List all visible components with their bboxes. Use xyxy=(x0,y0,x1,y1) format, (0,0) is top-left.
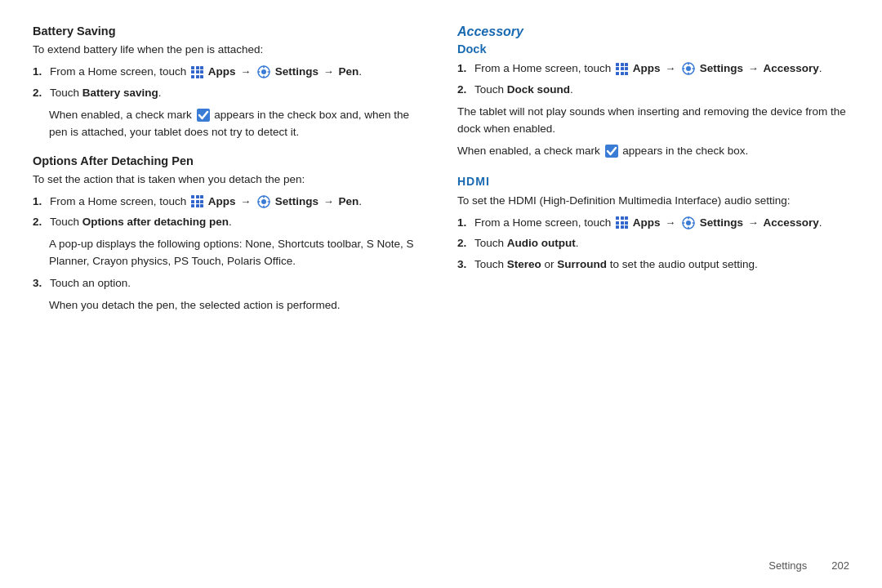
options-detaching-bold: Options after detaching pen xyxy=(82,216,229,228)
right-column: Accessory Dock 1. From a Home screen, to… xyxy=(441,24,849,564)
options-heading: Options After Detaching Pen xyxy=(33,154,416,167)
accessory-label-1: Accessory xyxy=(763,62,818,74)
opt-num-1: 1. xyxy=(33,194,47,211)
dock-heading: Dock xyxy=(457,42,849,56)
opt-num-2: 2. xyxy=(33,214,47,231)
arrow-4a: → xyxy=(665,216,679,229)
svg-rect-10 xyxy=(263,205,265,207)
arrow-4b: → xyxy=(748,216,762,229)
hdmi-heading: HDMI xyxy=(457,175,849,188)
svg-point-14 xyxy=(686,66,691,71)
period-2: . xyxy=(359,195,362,207)
svg-rect-5 xyxy=(267,72,270,74)
dock-step-1-content: From a Home screen, touch Apps → xyxy=(474,60,849,78)
popup-note: A pop-up displays the following options:… xyxy=(49,236,416,270)
checkmark-icon-2 xyxy=(605,145,618,158)
hdmi-step-1-content: From a Home screen, touch Apps → xyxy=(474,215,849,232)
options-intro: To set the action that is taken when you… xyxy=(33,172,416,189)
detach-note: When you detach the pen, the selected ac… xyxy=(49,297,416,314)
hdmi-num-2: 2. xyxy=(457,235,472,252)
footer-page: 202 xyxy=(831,559,849,572)
settings-label-4: Settings xyxy=(700,216,743,229)
dock-section: Dock 1. From a Home screen, touch Apps → xyxy=(457,42,849,160)
dock-step-1: 1. From a Home screen, touch Apps → xyxy=(457,60,849,78)
battery-note: When enabled, a check mark appears in th… xyxy=(49,107,416,141)
opt-num-3: 3. xyxy=(33,275,47,292)
hdmi-step-2: 2. Touch Audio output. xyxy=(457,235,849,252)
settings-label-1: Settings xyxy=(275,65,318,78)
period-4: . xyxy=(819,216,822,229)
apps-label-4: Apps xyxy=(633,216,661,229)
svg-rect-16 xyxy=(688,73,689,75)
dock-note1: The tablet will not play sounds when ins… xyxy=(457,104,849,138)
arrow-3b: → xyxy=(748,62,762,74)
arrow-2b: → xyxy=(323,195,337,207)
opt-step-3-content: Touch an option. xyxy=(50,275,416,292)
arrow-1a: → xyxy=(240,65,254,78)
svg-rect-11 xyxy=(257,201,260,203)
step-num-2: 2. xyxy=(33,85,47,102)
apps-grid-icon-3 xyxy=(616,63,628,75)
stereo-bold: Stereo xyxy=(507,258,541,270)
svg-rect-4 xyxy=(257,72,260,74)
dock-note2: When enabled, a check mark appears in th… xyxy=(457,143,849,160)
hdmi-list: 1. From a Home screen, touch Apps → xyxy=(457,215,849,274)
arrow-1b: → xyxy=(323,65,337,78)
hdmi-step-3-content: Touch Stereo or Surround to set the audi… xyxy=(474,256,849,274)
hdmi-intro: To set the HDMI (High-Definition Multime… xyxy=(457,193,849,210)
accessory-title: Accessory xyxy=(457,24,849,39)
dock-num-2: 2. xyxy=(457,82,472,99)
settings-label-2: Settings xyxy=(275,195,318,207)
apps-label-1: Apps xyxy=(208,65,236,78)
apps-grid-icon-2 xyxy=(191,195,203,207)
dock-num-1: 1. xyxy=(457,60,472,78)
options-section: Options After Detaching Pen To set the a… xyxy=(33,154,416,314)
battery-saving-bold: Battery saving xyxy=(82,87,158,99)
hdmi-step-1: 1. From a Home screen, touch Apps → xyxy=(457,215,849,232)
accessory-label-2: Accessory xyxy=(763,216,818,229)
options-list-2: 3. Touch an option. xyxy=(33,275,416,292)
options-step-1: 1. From a Home screen, touch Apps → xyxy=(33,194,416,211)
battery-saving-list: 1. From a Home screen, touch Apps → xyxy=(33,64,416,102)
svg-rect-12 xyxy=(267,201,270,203)
hdmi-num-1: 1. xyxy=(457,215,472,232)
battery-saving-intro: To extend battery life when the pen is a… xyxy=(33,42,416,59)
svg-rect-9 xyxy=(263,195,265,198)
battery-step-1: 1. From a Home screen, touch Apps → xyxy=(33,64,416,81)
audio-output-bold: Audio output xyxy=(507,237,576,249)
pen-label-2: Pen xyxy=(338,195,359,207)
dock-step-2: 2. Touch Dock sound. xyxy=(457,82,849,99)
dock-sound-bold: Dock sound xyxy=(507,83,570,96)
svg-rect-17 xyxy=(682,69,684,70)
hdmi-section: HDMI To set the HDMI (High-Definition Mu… xyxy=(457,175,849,274)
pen-label-1: Pen xyxy=(338,65,359,78)
svg-rect-2 xyxy=(263,66,265,69)
svg-point-21 xyxy=(686,220,691,225)
hdmi-step-3: 3. Touch Stereo or Surround to set the a… xyxy=(457,256,849,274)
settings-icon-2 xyxy=(257,195,270,208)
left-column: Battery Saving To extend battery life wh… xyxy=(33,24,441,564)
footer-label: Settings xyxy=(768,559,807,572)
svg-rect-25 xyxy=(692,222,694,224)
step-1-content: From a Home screen, touch Apps → xyxy=(50,64,416,81)
opt-step-2-content: Touch Options after detaching pen. xyxy=(50,214,416,231)
svg-rect-22 xyxy=(688,216,689,219)
settings-icon-1 xyxy=(257,65,270,78)
svg-point-1 xyxy=(261,69,266,74)
surround-bold: Surround xyxy=(557,258,607,270)
battery-saving-heading: Battery Saving xyxy=(33,24,416,38)
period-3: . xyxy=(819,62,822,74)
apps-label-3: Apps xyxy=(633,62,661,74)
hdmi-step-2-content: Touch Audio output. xyxy=(474,235,849,252)
apps-label-2: Apps xyxy=(208,195,236,207)
arrow-2a: → xyxy=(240,195,254,207)
battery-saving-section: Battery Saving To extend battery life wh… xyxy=(33,24,416,141)
hdmi-num-3: 3. xyxy=(457,256,472,274)
apps-grid-icon-4 xyxy=(616,216,628,229)
dock-step-2-content: Touch Dock sound. xyxy=(474,82,849,99)
apps-grid-icon xyxy=(191,66,203,78)
options-list: 1. From a Home screen, touch Apps → xyxy=(33,194,416,232)
options-step-3: 3. Touch an option. xyxy=(33,275,416,292)
checkmark-icon-1 xyxy=(197,109,210,122)
footer: Settings 202 xyxy=(768,559,849,572)
